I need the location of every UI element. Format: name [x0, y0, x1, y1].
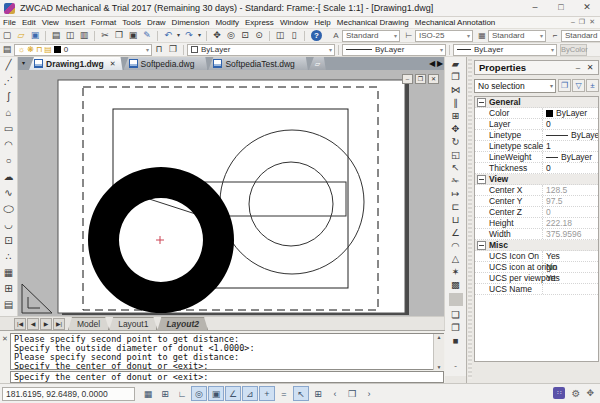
array-icon[interactable]: ⊞ [448, 109, 464, 122]
polygon-icon[interactable]: ⌂ [1, 105, 17, 121]
rotate-icon[interactable]: ↻ [448, 135, 464, 148]
point-icon[interactable]: ∴ [1, 249, 17, 265]
layer-states-icon[interactable]: ❐ [166, 43, 180, 56]
prop-row-center-z[interactable]: Center Z 0 [475, 207, 598, 218]
prop-row-linetype[interactable]: Linetype ByLayer [475, 130, 598, 141]
snap-toggle[interactable]: ▦ [140, 386, 156, 401]
menu-format[interactable]: Format [88, 18, 119, 27]
dyn-toggle[interactable]: ⊿ [242, 386, 258, 401]
tab-scroll-left-icon[interactable]: ◀ [428, 57, 436, 70]
doc-tab-drawing1[interactable]: Drawing1.dwg ✕ [29, 57, 123, 70]
separator[interactable] [449, 293, 463, 306]
trim-icon[interactable]: ✁ [448, 174, 464, 187]
mdi-restore-button[interactable]: ❐ [579, 18, 585, 26]
table-icon[interactable]: ⊞ [1, 281, 17, 297]
ortho-toggle[interactable]: ∟ [174, 386, 190, 401]
open-icon[interactable]: ▱ [14, 29, 28, 42]
prop-row-linetype-scale[interactable]: Linetype scale 1 [475, 141, 598, 152]
prop-row-ucs-name[interactable]: UCS Name [475, 284, 598, 295]
redo-arrow-icon[interactable]: ▾ [196, 29, 203, 42]
mdi-close-button[interactable]: ✕ [589, 18, 595, 26]
chevron-down-icon[interactable]: ▾ [551, 46, 554, 53]
menu-dimension[interactable]: Dimension [169, 18, 213, 27]
command-scrollbar[interactable]: ▲ ▼ [433, 334, 444, 370]
minimize-button[interactable]: – [522, 0, 548, 16]
fullscreen-icon[interactable]: ✥ [586, 388, 594, 398]
chevron-down-icon[interactable]: ▾ [329, 46, 332, 53]
gear-icon[interactable]: ⚙ [571, 388, 580, 399]
cut-icon[interactable]: ✂ [98, 29, 112, 42]
prop-row-center-y[interactable]: Center Y 97.5 [475, 196, 598, 207]
properties-title-bar[interactable]: Properties – ✕ [474, 60, 599, 75]
pan-icon[interactable]: ✥ [210, 29, 224, 42]
circle-icon[interactable]: ○ [1, 153, 17, 169]
command-history[interactable]: Please specify second point to get dista… [10, 333, 444, 370]
arc-icon[interactable]: ◠ [1, 137, 17, 153]
hatch-edit-icon[interactable]: ▩ [448, 278, 464, 291]
rectangle-icon[interactable]: ▭ [1, 121, 17, 137]
panel-minimize-icon[interactable]: – [572, 63, 584, 72]
menu-modify[interactable]: Modify [212, 18, 242, 27]
tab-scroll-right-icon[interactable]: ▶ [436, 57, 444, 70]
publish-icon[interactable]: ▥ [77, 29, 91, 42]
dimension-style-select[interactable]: ⊢ ISO-25▾ [403, 30, 473, 42]
color-select[interactable]: ByLayer ▾ [187, 44, 335, 56]
selection-select[interactable]: No selection ▾ [474, 79, 556, 93]
lineweight-select[interactable]: ByLayer ▾ [453, 44, 557, 56]
save-icon[interactable]: ▣ [28, 29, 42, 42]
break-icon[interactable]: ⊏ [448, 200, 464, 213]
etrack-toggle[interactable]: ∠ [225, 386, 241, 401]
menu-file[interactable]: File [0, 18, 19, 27]
scale-icon[interactable]: ◱ [448, 148, 464, 161]
linetype-select[interactable]: ByLayer ▾ [342, 44, 446, 56]
doc-tab-softpediatest[interactable]: SoftpediaTest.dwg [208, 57, 307, 70]
help-icon[interactable]: ? [311, 30, 322, 41]
vp-toggle[interactable]: ⊞ [310, 386, 326, 401]
quick-select-icon[interactable]: ▽ [572, 79, 585, 92]
menu-mechanical-drawing[interactable]: Mechanical Drawing [334, 18, 412, 27]
lwdisplay-toggle[interactable]: = [276, 386, 292, 401]
plot-icon[interactable]: ▤ [49, 29, 63, 42]
join-icon[interactable]: ⊔ [448, 213, 464, 226]
doc-minimize-button[interactable]: – [402, 74, 413, 84]
panel-close-icon[interactable]: ✕ [584, 63, 596, 72]
copy-icon[interactable]: ❐ [448, 70, 464, 83]
doc-restore-button[interactable]: ❐ [415, 74, 426, 84]
match-properties-icon[interactable]: ✎ [140, 29, 154, 42]
prop-row-width[interactable]: Width 375.9596 [475, 229, 598, 240]
layer-select[interactable]: ☼❋⊓▤ 0 ▾ [14, 44, 152, 56]
fillet-icon[interactable]: ◠ [448, 239, 464, 252]
close-tab-icon[interactable]: ✕ [110, 60, 116, 68]
menu-edit[interactable]: Edit [19, 18, 39, 27]
viewports-icon[interactable]: ◫ [273, 29, 287, 42]
spline-icon[interactable]: ∿ [1, 185, 17, 201]
lock-layer-icon[interactable]: ⊓ [152, 43, 166, 56]
ellipse-arc-icon[interactable]: ◡ [1, 217, 17, 233]
polar-toggle[interactable]: ◎ [191, 386, 207, 401]
menu-help[interactable]: Help [311, 18, 333, 27]
image-icon[interactable]: ▤ [1, 297, 17, 313]
layout-nav-prev[interactable]: ◀ [27, 318, 39, 330]
prev-viewport-button[interactable]: ‹ [327, 386, 343, 401]
chevron-down-icon[interactable]: ▾ [550, 82, 553, 89]
menu-express[interactable]: Express [242, 18, 277, 27]
scroll-up-icon[interactable]: ▲ [434, 334, 444, 340]
redo-icon[interactable]: ↷ [182, 29, 196, 42]
prop-row-ucs-per-viewport[interactable]: UCS per viewport Yes [475, 273, 598, 284]
separator[interactable] [304, 31, 305, 41]
prop-row-ucs-icon-on[interactable]: UCS Icon On Yes [475, 251, 598, 262]
new-document-tab-button[interactable]: ▱ [309, 57, 326, 70]
prop-section-general[interactable]: General [475, 97, 598, 108]
layout-tab-layout1[interactable]: Layout1 [109, 317, 157, 330]
print-preview-icon[interactable]: ◫ [63, 29, 77, 42]
prop-row-height[interactable]: Height 222.18 [475, 218, 598, 229]
next-viewport-button[interactable]: › [361, 386, 377, 401]
close-button[interactable]: ✕ [574, 0, 600, 16]
drawing-canvas[interactable]: – ❐ ✕ [18, 70, 444, 316]
sheet-set-icon[interactable]: ▯ [287, 29, 301, 42]
polyline-icon[interactable]: ʃ [1, 89, 17, 105]
select-objects-icon[interactable]: ❐ [558, 79, 571, 92]
prop-row-lineweight[interactable]: LineWeight ByLayer [475, 152, 598, 163]
offset-icon[interactable]: ∥ [448, 96, 464, 109]
separator[interactable] [269, 31, 270, 41]
